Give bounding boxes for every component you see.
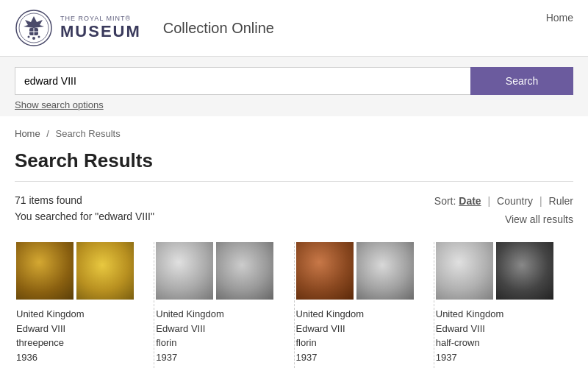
item-year: 1937 (436, 350, 566, 365)
item-meta: United Kingdom Edward VIII half-crown 19… (436, 307, 566, 368)
item-year: 1936 (16, 350, 146, 365)
item-meta: United Kingdom Edward VIII florin 1937 R… (156, 307, 286, 368)
svg-point-8 (38, 36, 40, 38)
item-ref: RMM 23 (296, 364, 426, 368)
item-country: United Kingdom (296, 307, 426, 322)
item-images (296, 242, 426, 300)
item-meta: United Kingdom Edward VIII florin 1937 R… (296, 307, 426, 368)
item-denomination: half-crown (436, 336, 566, 350)
list-item: United Kingdom Edward VIII florin 1937 R… (295, 242, 434, 368)
sort-label: Sort: (434, 195, 456, 207)
coin-image-4a[interactable] (436, 242, 493, 300)
page-title: Search Results (15, 149, 573, 182)
coin-image-1b[interactable] (76, 242, 134, 300)
header: THE ROYAL MINT® MUSEUM Collection Online… (0, 0, 588, 57)
item-ruler: Edward VIII (16, 322, 146, 336)
item-country: United Kingdom (16, 307, 146, 322)
items-grid: United Kingdom Edward VIII threepence 19… (15, 242, 573, 368)
results-count-text: 71 items found (15, 192, 154, 208)
results-query-text: You searched for "edward VIII" (15, 208, 154, 224)
item-images (436, 242, 566, 300)
show-search-options-link[interactable]: Show search options (15, 99, 104, 110)
logo-museum-text: MUSEUM (60, 23, 141, 40)
coin-image-4b[interactable] (496, 242, 553, 300)
royal-mint-logo (15, 9, 53, 47)
item-country: United Kingdom (156, 307, 286, 322)
item-country: United Kingdom (436, 307, 566, 322)
sort-ruler[interactable]: Ruler (549, 195, 573, 207)
svg-point-6 (32, 37, 35, 40)
breadcrumb-separator: / (46, 128, 49, 139)
item-denomination: florin (156, 336, 286, 350)
svg-marker-2 (24, 16, 44, 28)
item-ruler: Edward VIII (436, 322, 566, 336)
coin-image-3a[interactable] (296, 242, 354, 300)
item-images (156, 242, 286, 300)
sort-date[interactable]: Date (459, 195, 481, 207)
breadcrumb-home[interactable]: Home (15, 128, 40, 139)
coin-image-3b[interactable] (356, 242, 414, 300)
coin-image-2a[interactable] (156, 242, 213, 300)
item-ruler: Edward VIII (296, 322, 426, 336)
item-year: 1937 (296, 350, 426, 365)
results-meta: 71 items found You searched for "edward … (15, 192, 573, 229)
coin-image-1a[interactable] (16, 242, 74, 300)
item-denomination: threepence (16, 336, 146, 350)
search-button[interactable]: Search (470, 67, 573, 95)
item-denomination: florin (296, 336, 426, 350)
list-item: United Kingdom Edward VIII half-crown 19… (434, 242, 573, 368)
logo-text: THE ROYAL MINT® MUSEUM (60, 15, 141, 40)
item-images (16, 242, 146, 300)
list-item: United Kingdom Edward VIII florin 1937 R… (154, 242, 294, 368)
item-meta: United Kingdom Edward VIII threepence 19… (16, 307, 146, 368)
nav-home-link[interactable]: Home (546, 12, 573, 24)
search-input[interactable] (15, 67, 470, 95)
search-section: Search Show search options (0, 57, 588, 116)
main-content: Home / Search Results Search Results 71 … (0, 116, 588, 368)
breadcrumb: Home / Search Results (15, 128, 573, 139)
sort-row: Sort: Date | Country | Ruler (434, 192, 573, 210)
coin-image-2b[interactable] (216, 242, 273, 300)
item-ref: RMM 26 (156, 364, 286, 368)
item-ref: RMM 44 (16, 364, 146, 368)
search-row: Search (15, 67, 573, 95)
results-info: 71 items found You searched for "edward … (15, 192, 154, 225)
list-item: United Kingdom Edward VIII threepence 19… (15, 242, 154, 368)
svg-point-7 (28, 36, 30, 38)
item-year: 1937 (156, 350, 286, 365)
logo-area: THE ROYAL MINT® MUSEUM (15, 9, 141, 47)
view-all-results-link[interactable]: View all results (434, 210, 573, 229)
collection-title: Collection Online (163, 20, 274, 37)
results-sort: Sort: Date | Country | Ruler View all re… (434, 192, 573, 229)
item-ref: RMM 16 (436, 364, 566, 368)
sort-country[interactable]: Country (497, 195, 533, 207)
breadcrumb-current: Search Results (56, 128, 121, 139)
item-ruler: Edward VIII (156, 322, 286, 336)
